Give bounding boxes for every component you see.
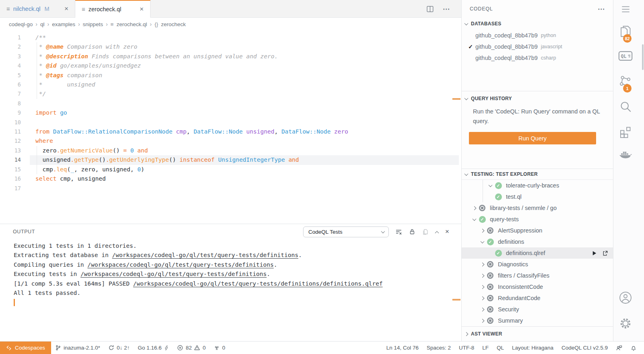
test-tree-item[interactable]: ✓tolerate-curly-braces xyxy=(462,180,613,191)
test-tree-item[interactable]: Diagnostics xyxy=(462,259,613,270)
breadcrumb-item[interactable]: ql xyxy=(40,21,45,27)
tab-zerocheck[interactable]: ≡ zerocheck.ql × xyxy=(75,0,151,18)
status-item-encoding[interactable]: UTF-8 xyxy=(455,342,478,354)
chevron-down-icon[interactable] xyxy=(478,241,487,243)
test-tree-item[interactable]: ✓definitions xyxy=(462,236,613,247)
output-channel-value: CodeQL Tests xyxy=(308,229,343,235)
test-explorer-header[interactable]: TESTING: TEST EXPLORER xyxy=(462,169,613,180)
test-tree-item[interactable]: Security xyxy=(462,304,613,315)
run-query-button[interactable]: Run Query xyxy=(469,132,596,144)
menu-icon[interactable] xyxy=(613,5,638,14)
close-icon[interactable]: × xyxy=(64,5,68,12)
open-log-file-icon[interactable] xyxy=(422,228,429,235)
databases-header[interactable]: DATABASES xyxy=(462,18,613,30)
chevron-right-icon[interactable] xyxy=(478,274,487,277)
code-line xyxy=(35,99,348,108)
status-item-ports[interactable]: 0 xyxy=(210,342,229,354)
test-tree-item[interactable]: AlertSuppression xyxy=(462,225,613,236)
test-tree-item[interactable]: library-tests / semmle / go xyxy=(462,202,613,214)
close-panel-icon[interactable]: × xyxy=(445,228,449,236)
breadcrumb-item[interactable]: zerocheck xyxy=(161,21,186,27)
status-item-problems[interactable]: 820 xyxy=(173,342,210,354)
status-item-keyboard-layout[interactable]: Layout: Hiragana xyxy=(508,342,557,354)
clear-output-icon[interactable] xyxy=(395,228,402,235)
goto-test-icon[interactable] xyxy=(602,250,608,256)
docker-icon[interactable] xyxy=(613,150,638,162)
chevron-right-icon[interactable] xyxy=(478,229,487,232)
file-icon: ≡ xyxy=(6,5,10,12)
more-actions-icon[interactable]: ⋯ xyxy=(443,5,450,13)
search-icon[interactable] xyxy=(613,100,638,114)
breadcrumb-item[interactable]: snippets xyxy=(83,21,103,27)
overview-ruler-marker xyxy=(452,299,460,300)
test-tree-item[interactable]: ✓query-tests xyxy=(462,214,613,225)
source-control-icon[interactable]: 1 xyxy=(613,74,638,90)
editor-group: ≡ nilcheck.ql M × ≡ zerocheck.ql × ⋯ xyxy=(0,0,461,341)
status-item-language-mode[interactable]: QL xyxy=(493,342,508,354)
status-item-notifications[interactable] xyxy=(626,342,641,354)
line-number-gutter: 1234567891011121314151617 xyxy=(0,33,21,193)
ast-viewer-header-label: AST VIEWER xyxy=(471,331,502,337)
chevron-right-icon[interactable] xyxy=(478,308,487,311)
test-unrun-icon xyxy=(487,272,494,279)
status-label: 0 xyxy=(222,345,225,351)
gear-icon[interactable] xyxy=(613,316,638,331)
sync-icon xyxy=(108,345,114,351)
overview-ruler-marker xyxy=(452,98,460,100)
breadcrumb[interactable]: codeql-go›ql›examples›snippets›≡zerochec… xyxy=(0,18,461,31)
extensions-icon[interactable] xyxy=(613,125,638,139)
database-item[interactable]: ✓github_codeql_8bb47b9javascript xyxy=(462,41,613,52)
status-item-codespaces[interactable]: Codespaces xyxy=(0,342,51,354)
chevron-down-icon[interactable] xyxy=(486,184,495,187)
output-content[interactable]: Executing 1 tests in 1 directories.Extra… xyxy=(0,239,461,307)
status-item-cursor-position[interactable]: Ln 14, Col 76 xyxy=(382,342,423,354)
output-channel-select[interactable]: CodeQL Tests xyxy=(303,226,389,237)
chevron-right-icon[interactable] xyxy=(478,286,487,288)
query-results-icon[interactable]: 82 xyxy=(613,24,638,40)
tab-nilcheck[interactable]: ≡ nilcheck.ql M × xyxy=(0,0,75,17)
chevron-down-icon[interactable] xyxy=(470,218,479,221)
test-tree-item[interactable]: RedundantCode xyxy=(462,292,613,304)
test-tree-item[interactable]: InconsistentCode xyxy=(462,281,613,292)
test-unrun-icon xyxy=(487,261,494,268)
test-tree-item[interactable]: ✓definitions.qlref xyxy=(462,247,613,259)
account-icon[interactable] xyxy=(613,290,638,305)
status-item-git-sync[interactable]: 0↓ 2↑ xyxy=(104,342,134,354)
output-toolbar: × xyxy=(395,228,449,236)
close-icon[interactable]: × xyxy=(140,6,144,12)
chevron-right-icon xyxy=(464,332,469,336)
test-tree: ✓tolerate-curly-braces✓test.qllibrary-te… xyxy=(462,180,613,326)
test-tree-item[interactable]: Summary xyxy=(462,315,613,326)
chevron-right-icon[interactable] xyxy=(478,319,487,322)
status-item-git-branch[interactable]: inazuma-2.1.0* xyxy=(51,342,104,354)
breadcrumb-item[interactable]: codeql-go xyxy=(9,21,33,27)
chevron-right-icon[interactable] xyxy=(478,263,487,266)
run-test-icon[interactable] xyxy=(591,250,597,256)
ast-viewer-header[interactable]: AST VIEWER xyxy=(462,327,613,341)
lock-icon[interactable] xyxy=(409,228,415,235)
breadcrumb-item[interactable]: zerocheck.ql xyxy=(116,21,147,27)
sidebar-scrollbar[interactable] xyxy=(642,44,644,70)
database-language: javascript xyxy=(541,44,562,49)
code-editor[interactable]: 1234567891011121314151617 /** * @name Co… xyxy=(0,31,461,224)
maximize-panel-icon[interactable] xyxy=(435,231,439,235)
status-item-codeql-cli-version[interactable]: CodeQL CLI v2.5.9 xyxy=(557,342,612,354)
status-item-eol[interactable]: LF xyxy=(478,342,493,354)
split-editor-icon[interactable] xyxy=(426,5,434,13)
test-tree-item[interactable]: ✓test.ql xyxy=(462,191,613,202)
more-actions-icon[interactable]: ⋯ xyxy=(598,5,605,13)
status-item-feedback[interactable] xyxy=(612,342,626,354)
chevron-right-icon[interactable] xyxy=(470,207,479,210)
codeql-view-icon[interactable]: QL xyxy=(613,50,638,62)
chevron-right-icon[interactable] xyxy=(478,297,487,300)
query-history-section: QUERY HISTORY Run the 'CodeQL: Run Query… xyxy=(462,91,613,169)
vscode-window: ≡ nilcheck.ql M × ≡ zerocheck.ql × ⋯ xyxy=(0,0,644,354)
status-item-indentation[interactable]: Spaces: 2 xyxy=(423,342,455,354)
query-history-header[interactable]: QUERY HISTORY xyxy=(462,91,613,106)
breadcrumb-item[interactable]: examples xyxy=(52,21,75,27)
test-unrun-icon xyxy=(487,306,494,313)
database-item[interactable]: github_codeql_8bb47b9csharp xyxy=(462,52,613,64)
database-item[interactable]: github_codeql_8bb47b9python xyxy=(462,30,613,41)
status-item-go-version[interactable]: Go 1.16.6 xyxy=(134,342,173,354)
test-tree-item[interactable]: filters / ClassifyFiles xyxy=(462,270,613,281)
